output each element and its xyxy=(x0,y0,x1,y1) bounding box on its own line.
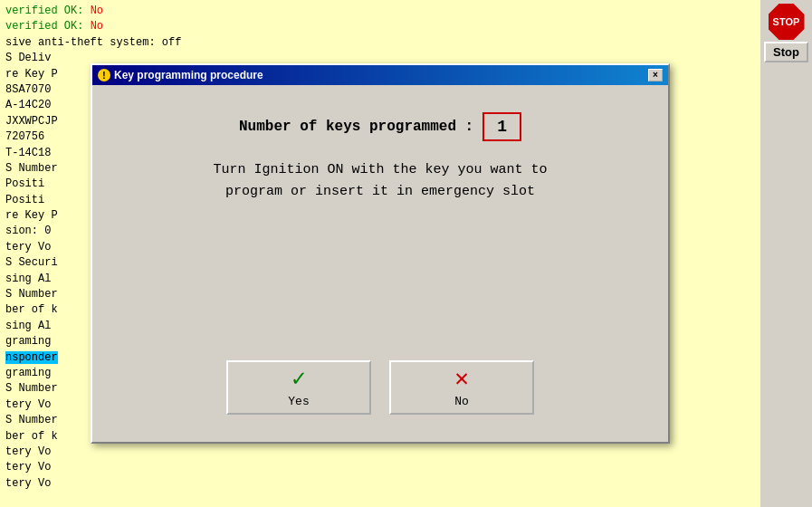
keys-count: 1 xyxy=(497,118,507,136)
instruction-text: Turn Ignition ON with the key you want t… xyxy=(213,159,547,203)
modal-title-left: ! Key programming procedure xyxy=(98,69,263,81)
modal-warning-icon: ! xyxy=(98,69,110,81)
checkmark-icon: ✓ xyxy=(291,368,306,391)
no-label: No xyxy=(454,395,469,408)
modal-titlebar: ! Key programming procedure × xyxy=(92,65,668,85)
modal-title: Key programming procedure xyxy=(114,69,263,81)
no-button[interactable]: ✕ No xyxy=(389,360,534,415)
keys-programmed-line: Number of keys programmed : 1 xyxy=(239,112,521,141)
yes-button[interactable]: ✓ Yes xyxy=(226,360,371,415)
modal-body: Number of keys programmed : 1 Turn Ignit… xyxy=(92,85,668,442)
keys-label: Number of keys programmed : xyxy=(239,119,473,135)
cross-icon: ✕ xyxy=(454,368,469,391)
modal-overlay: ! Key programming procedure × Number of … xyxy=(0,0,760,507)
modal-close-button[interactable]: × xyxy=(648,69,663,81)
stop-button[interactable]: Stop xyxy=(764,42,808,62)
modal-buttons: ✓ Yes ✕ No xyxy=(226,342,534,424)
stop-sign-icon: STOP xyxy=(769,4,805,40)
stop-area: STOP Stop xyxy=(760,0,812,507)
keys-count-box: 1 xyxy=(482,112,521,141)
key-programming-dialog: ! Key programming procedure × Number of … xyxy=(91,63,670,444)
yes-label: Yes xyxy=(288,395,309,408)
